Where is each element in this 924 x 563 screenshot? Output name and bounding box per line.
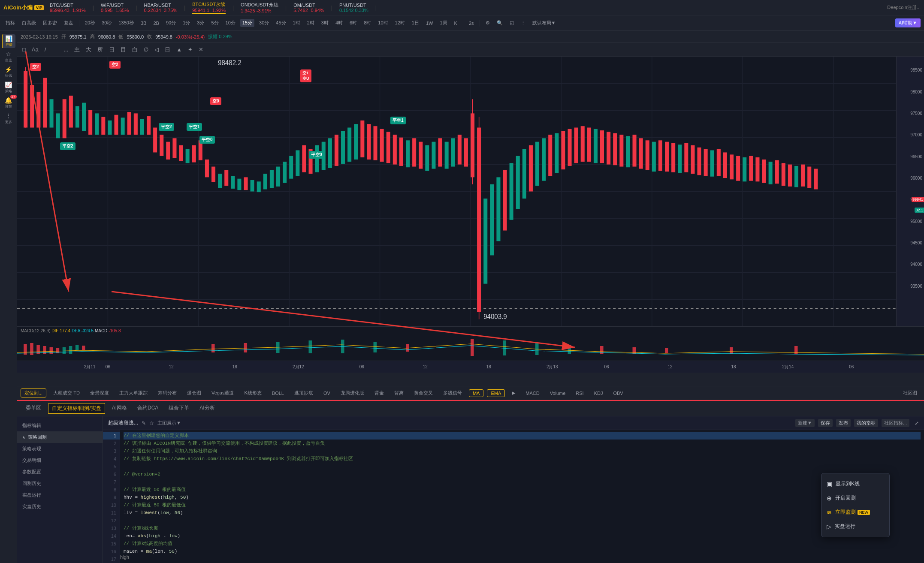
main-force-btn[interactable]: 主力大单跟踪 [116, 389, 151, 397]
publish-btn[interactable]: 发布 [836, 419, 851, 427]
draw-tool-6[interactable]: 大 [84, 45, 93, 54]
tf-5m[interactable]: 5分 [209, 19, 220, 27]
draw-tool-14[interactable]: ▲ [175, 45, 184, 54]
ai-assist-btn[interactable]: AI辅助▼ [895, 18, 921, 27]
more-btn[interactable]: ▶ [508, 389, 519, 397]
sidebar-param-config[interactable]: 参数配置 [17, 466, 103, 478]
tf-30s[interactable]: 30秒 [100, 19, 114, 27]
full-depth-btn[interactable]: 全景深度 [87, 389, 112, 397]
liquidation-btn[interactable]: 爆仓图 [184, 389, 205, 397]
multiscreen-btn[interactable]: 因多密 [41, 19, 59, 27]
settings-btn[interactable]: ⚙ [483, 19, 492, 27]
replay-btn[interactable]: 复盘 [62, 19, 75, 27]
ticker-OM-USDT[interactable]: OM/USDT 5.7462 -0.94% [293, 3, 324, 13]
edit-icon[interactable]: ✎ [142, 420, 146, 426]
tab-ai-grid[interactable]: AI网格 [107, 401, 132, 416]
code-content[interactable]: // 在这里创建您的自定义脚本// 该指标由 AICOIN研究院 创建，仅供学习… [120, 430, 924, 563]
tf-12h[interactable]: 12时 [393, 19, 407, 27]
tf-3h[interactable]: 3时 [319, 19, 331, 27]
popup-item-立即监测[interactable]: ≋ 立即监测NEW [821, 505, 889, 519]
ticker-BTC-USDT[interactable]: BTC/USDT 95996.43 -1.91% [50, 3, 86, 13]
golden-cross-btn[interactable]: 黄金交叉 [411, 389, 436, 397]
ticker-HBAR-USDT[interactable]: HBAR/USDT 0.22634 -3.75% [144, 3, 177, 13]
big-trade-btn[interactable]: 大额成交 TD [50, 389, 83, 397]
sidebar-icon-更多[interactable]: ⋮ 更多 [2, 111, 15, 125]
tf-10m[interactable]: 10分 [223, 19, 238, 27]
draw-tool-0[interactable]: □ [21, 45, 27, 54]
sidebar-trade-detail[interactable]: 交易明细 [17, 455, 103, 466]
ov-btn[interactable]: OV [320, 390, 334, 397]
ticker-PNUT-USDT[interactable]: PNUT/USDT 0.1542 0.33% [339, 3, 368, 13]
code-editor[interactable]: 超级波段逃... ✎ ☆ 主图展示▼ 新建▼ 保存 发布 我的指标 社区指标..… [103, 416, 924, 563]
chart-canvas[interactable]: 98482.2 94003.9 空2 平空2 空2 平空2 空0 平空1 平空0… [17, 57, 924, 326]
tf-1d[interactable]: 1日 [410, 19, 421, 27]
community-btn[interactable]: 社区图 [900, 389, 921, 397]
tf-1w[interactable]: 1W [424, 20, 435, 27]
new-btn[interactable]: 新建▼ [795, 419, 815, 427]
tf-1h[interactable]: 1时 [291, 19, 302, 27]
sidebar-icon-自选[interactable]: ☆ 自选 [2, 50, 15, 63]
tf-10h[interactable]: 10时 [376, 19, 390, 27]
sidebar-icon-行情[interactable]: 📊 行情 [2, 34, 15, 48]
tab-combo-order[interactable]: 组合下单 [163, 401, 194, 416]
layout-dropdown[interactable]: 默认布局▼ [530, 19, 558, 27]
tf-1m[interactable]: 1分 [181, 19, 192, 27]
tf-k[interactable]: K [452, 20, 459, 27]
draw-tool-1[interactable]: Aa [30, 45, 40, 54]
tf-3m[interactable]: 3分 [195, 19, 206, 27]
bj-btn[interactable]: 背金 [371, 389, 387, 397]
kline-pattern-btn[interactable]: K线形态 [241, 389, 265, 397]
popup-item-实盘运行[interactable]: ▷ 实盘运行 [821, 519, 889, 533]
rsi-btn[interactable]: RSI [572, 390, 587, 397]
draw-tool-7[interactable]: 所 [96, 45, 105, 54]
tab-custom-indicator[interactable]: 自定义指标/回测/实盘 [48, 403, 105, 414]
top-bottom-btn[interactable]: 逃顶抄底 [291, 389, 317, 397]
obv-btn[interactable]: OBV [610, 390, 626, 397]
draw-tool-11[interactable]: ∅ [142, 45, 150, 54]
sidebar-live-run[interactable]: 实盘运行 [17, 489, 103, 501]
popup-item-开启回测[interactable]: ⊕ 开启回测 [821, 491, 889, 505]
ma-btn[interactable]: MA [469, 389, 484, 397]
kdj-btn[interactable]: KDJ [591, 390, 607, 397]
ticker-WIF-USDT[interactable]: WIF/USDT 0.595 -1.65% [101, 3, 129, 13]
whiteboard-btn[interactable]: 白高级 [20, 19, 38, 27]
main-display-dropdown[interactable]: 主图展示▼ [157, 420, 181, 426]
vegas-btn[interactable]: Vegas通道 [208, 389, 238, 397]
sidebar-live-history[interactable]: 实盘历史 [17, 501, 103, 512]
community-indicator-btn[interactable]: 社区指标... [882, 419, 909, 427]
zoom-2s[interactable]: 2s [467, 20, 476, 27]
tf-8h[interactable]: 8时 [362, 19, 373, 27]
tf-45m[interactable]: 45分 [274, 19, 288, 27]
ticker-ONDO-USDT永续[interactable]: ONDO/USDT永续 1.3425 -3.91% [241, 2, 278, 13]
ema-btn[interactable]: EMA [487, 389, 505, 397]
indicator-btn[interactable]: 指标 [3, 19, 17, 27]
macd-ind-btn[interactable]: MACD [522, 390, 543, 397]
sidebar-strategy-perf[interactable]: 策略表现 [17, 443, 103, 455]
draw-tool-5[interactable]: 主 [72, 45, 82, 54]
sidebar-strategy-backtest[interactable]: ∧ 策略回测 [17, 431, 103, 443]
tf-20s[interactable]: 20秒 [83, 19, 97, 27]
tab-delegate[interactable]: 委单区 [21, 401, 46, 416]
locating-btn[interactable]: 定位到... [21, 388, 46, 397]
tf-90m[interactable]: 90分 [164, 19, 178, 27]
chip-dist-btn[interactable]: 筹码分布 [154, 389, 180, 397]
draw-tool-9[interactable]: 目 [119, 45, 128, 54]
tf-6h[interactable]: 6时 [347, 19, 359, 27]
multi-line-btn[interactable]: 多线信号 [440, 389, 465, 397]
tf-week[interactable]: 1周 [438, 19, 449, 27]
draw-tool-2[interactable]: / [43, 45, 48, 54]
tab-contract-dca[interactable]: 合约DCA [132, 401, 163, 416]
tf-1350s[interactable]: 1350秒 [117, 19, 136, 27]
tf-4h[interactable]: 4时 [333, 19, 345, 27]
dragon-btn[interactable]: 龙腾进化版 [337, 389, 368, 397]
sidebar-backtest-history[interactable]: 回测历史 [17, 478, 103, 489]
draw-tool-16[interactable]: ✕ [197, 45, 205, 54]
star-icon[interactable]: ☆ [149, 420, 154, 426]
search-btn[interactable]: 🔍 [495, 19, 505, 27]
layout-btn[interactable]: ◱ [507, 19, 516, 27]
tf-30m[interactable]: 30分 [257, 19, 271, 27]
more-options-btn[interactable]: ⋮ [519, 19, 528, 27]
tf-2b[interactable]: 2B [151, 20, 161, 27]
draw-tool-13[interactable]: 日 [163, 45, 172, 54]
draw-tool-15[interactable]: ✦ [186, 45, 194, 54]
